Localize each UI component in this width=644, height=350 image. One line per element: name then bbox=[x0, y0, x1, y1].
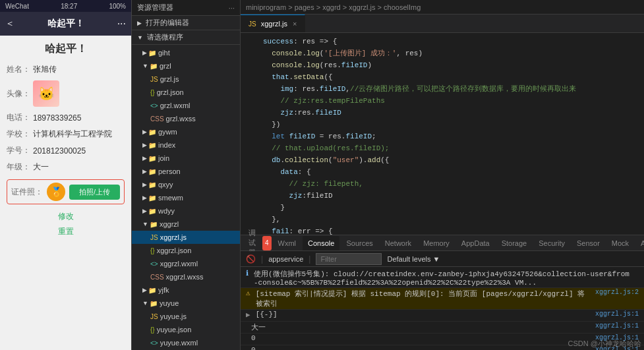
tree-label: xggrzl.json bbox=[157, 247, 192, 254]
grade-value: 大一 bbox=[33, 161, 49, 173]
tab-memory[interactable]: Memory bbox=[418, 236, 455, 250]
tree-label: xggrzl.wxss bbox=[166, 273, 204, 281]
code-line: zjz:res.fileID bbox=[241, 107, 644, 119]
tab-console[interactable]: Console bbox=[303, 236, 339, 250]
open-editors-header[interactable]: ▶ 打开的编辑器 bbox=[132, 16, 240, 30]
tree-item-person[interactable]: ▶ 📁 person bbox=[132, 165, 240, 178]
folder-icon: 📁 bbox=[148, 208, 156, 215]
tree-item-yjfk[interactable]: ▶ 📁 yjfk bbox=[132, 283, 240, 297]
avatar-emoji: 🐱 bbox=[38, 86, 55, 102]
tab-count-badge: 4 bbox=[262, 236, 272, 250]
cert-label: 证件照： bbox=[11, 187, 43, 198]
tree-item-grzl-wxml[interactable]: <> grzl.wxml bbox=[132, 99, 240, 112]
tab-mock[interactable]: Mock bbox=[606, 236, 634, 250]
chevron-right-icon: ▶ bbox=[142, 155, 147, 161]
code-line: that.setData({ bbox=[241, 71, 644, 83]
tab-security[interactable]: Security bbox=[533, 236, 570, 250]
tree-item-yuyue-js[interactable]: JS yuyue.js bbox=[132, 310, 240, 323]
miniprogram-header[interactable]: ▼ 请选微程序 bbox=[132, 30, 240, 45]
tree-item-xggrzl-wxml[interactable]: <> xggrzl.wxml bbox=[132, 257, 240, 270]
close-icon[interactable]: × bbox=[293, 20, 297, 28]
upload-button[interactable]: 拍照/上传 bbox=[69, 185, 120, 200]
tree-item-yuyue[interactable]: ▼ 📁 yuyue bbox=[132, 297, 240, 310]
chevron-right-icon: ▶ bbox=[142, 49, 147, 56]
chevron-right-icon: ▶ bbox=[142, 129, 147, 135]
filter-input[interactable] bbox=[316, 253, 382, 265]
tree-item-index[interactable]: ▶ 📁 index bbox=[132, 138, 240, 152]
reset-link[interactable]: 重置 bbox=[7, 226, 125, 237]
tree-item-grzl[interactable]: ▼ 📁 grzl bbox=[132, 59, 240, 73]
chevron-down-icon: ▼ bbox=[142, 221, 148, 227]
code-line: db.collection("user").add({ bbox=[241, 154, 644, 166]
tree-item-gywm[interactable]: ▶ 📁 gywm bbox=[132, 125, 240, 138]
phone-label: 电话： bbox=[7, 112, 33, 123]
tab-storage[interactable]: Storage bbox=[496, 236, 533, 250]
tab-debugger[interactable]: 调试器 bbox=[243, 236, 261, 250]
folder-icon: 📁 bbox=[148, 287, 156, 294]
nav-dots[interactable]: ··· bbox=[117, 18, 126, 30]
editor-tabs: JS xggrzl.js × bbox=[241, 15, 644, 33]
tree-item-grzl-js[interactable]: JS grzl.js bbox=[132, 73, 240, 86]
folder-icon: 📁 bbox=[150, 221, 158, 228]
tree-label: yjfk bbox=[158, 286, 169, 294]
tree-label: yuyue.json bbox=[157, 326, 192, 334]
console-line: ▶ [{-}] xggrzl.js:1 bbox=[241, 310, 644, 322]
tab-appdata[interactable]: AppData bbox=[456, 236, 495, 250]
chevron-right-icon: ▶ bbox=[142, 142, 147, 148]
tree-label: qxyy bbox=[158, 181, 173, 189]
code-line: // zjz: filepeth, bbox=[241, 178, 644, 190]
tree-item-grzl-wxss[interactable]: CSS grzl.wxss bbox=[132, 112, 240, 125]
tree-label: grzl.json bbox=[157, 88, 184, 96]
tree-item-join[interactable]: ▶ 📁 join bbox=[132, 152, 240, 165]
id-row: 学号： 201812300025 bbox=[7, 145, 125, 156]
tree-item-xggrzl-wxss[interactable]: CSS xggrzl.wxss bbox=[132, 270, 240, 283]
tab-wxml[interactable]: Wxml bbox=[273, 236, 302, 250]
tree-item-smewm[interactable]: ▶ 📁 smewm bbox=[132, 191, 240, 204]
console-tabs: 调试器 4 Wxml Console Sources Network Memor… bbox=[241, 235, 644, 251]
tab-audits[interactable]: Audits bbox=[635, 236, 644, 250]
code-line: console.log('[上传图片] 成功：', res) bbox=[241, 47, 644, 59]
tree-item-qxyy[interactable]: ▶ 📁 qxyy bbox=[132, 178, 240, 191]
tree-label: yuyue bbox=[160, 299, 179, 307]
chevron-right-icon: ▶ bbox=[137, 20, 142, 26]
console-panel: 调试器 4 Wxml Console Sources Network Memor… bbox=[241, 235, 644, 350]
tree-item-yuyue-wxml[interactable]: <> yuyue.wxml bbox=[132, 336, 240, 349]
tree-label: giht bbox=[158, 49, 170, 57]
tab-sensor[interactable]: Sensor bbox=[571, 236, 605, 250]
clear-console-icon[interactable]: 🚫 bbox=[246, 254, 256, 264]
folder-icon: 📁 bbox=[148, 129, 156, 136]
tree-item-xggrzl-js[interactable]: JS xggrzl.js bbox=[132, 231, 240, 244]
time-label: 18:27 bbox=[61, 3, 77, 10]
tab-sources[interactable]: Sources bbox=[341, 236, 378, 250]
file-tree-title: 资源管理器 bbox=[137, 3, 173, 13]
modify-link[interactable]: 修改 bbox=[7, 211, 125, 222]
tree-label: person bbox=[158, 167, 181, 175]
code-editor[interactable]: success: res => { console.log('[上传图片] 成功… bbox=[241, 33, 644, 235]
chevron-right-icon: ▶ bbox=[142, 287, 147, 293]
phone-status-bar: WeChat 18:27 100% bbox=[0, 0, 131, 12]
tree-item-giht[interactable]: ▶ 📁 giht bbox=[132, 46, 240, 59]
cert-icon[interactable]: 🏅 bbox=[47, 183, 65, 201]
tab-network[interactable]: Network bbox=[380, 236, 417, 250]
avatar[interactable]: 🐱 bbox=[33, 80, 59, 107]
console-line: 0 xggrzl.js:1 bbox=[241, 345, 644, 350]
code-line: // zjz:res.tempFilePaths bbox=[241, 95, 644, 107]
tree-item-wdyy[interactable]: ▶ 📁 wdyy bbox=[132, 204, 240, 218]
js-file-icon: JS bbox=[150, 313, 158, 320]
tree-item-yuyue-json[interactable]: {} yuyue.json bbox=[132, 323, 240, 336]
folder-icon: 📁 bbox=[148, 168, 156, 175]
folder-icon: 📁 bbox=[148, 142, 156, 149]
school-value: 计算机科学与工程学院 bbox=[33, 129, 112, 140]
tree-item-grzl-json[interactable]: {} grzl.json bbox=[132, 86, 240, 99]
tree-item-xggrzl-json[interactable]: {} xggrzl.json bbox=[132, 244, 240, 257]
code-line: }) bbox=[241, 119, 644, 131]
tree-item-xggrzl[interactable]: ▼ 📁 xggrzl bbox=[132, 218, 240, 231]
back-button[interactable]: ＜ bbox=[5, 18, 15, 30]
console-toolbar: 🚫 | appservice | Default levels ▼ bbox=[241, 251, 644, 267]
expand-icon[interactable]: ▶ bbox=[246, 310, 250, 319]
default-levels-label[interactable]: Default levels ▼ bbox=[387, 255, 440, 263]
tree-label: wdyy bbox=[158, 207, 175, 215]
wxml-file-icon: <> bbox=[150, 102, 158, 109]
tab-xggrzl-js[interactable]: JS xggrzl.js × bbox=[241, 15, 305, 33]
code-line: } bbox=[241, 202, 644, 214]
